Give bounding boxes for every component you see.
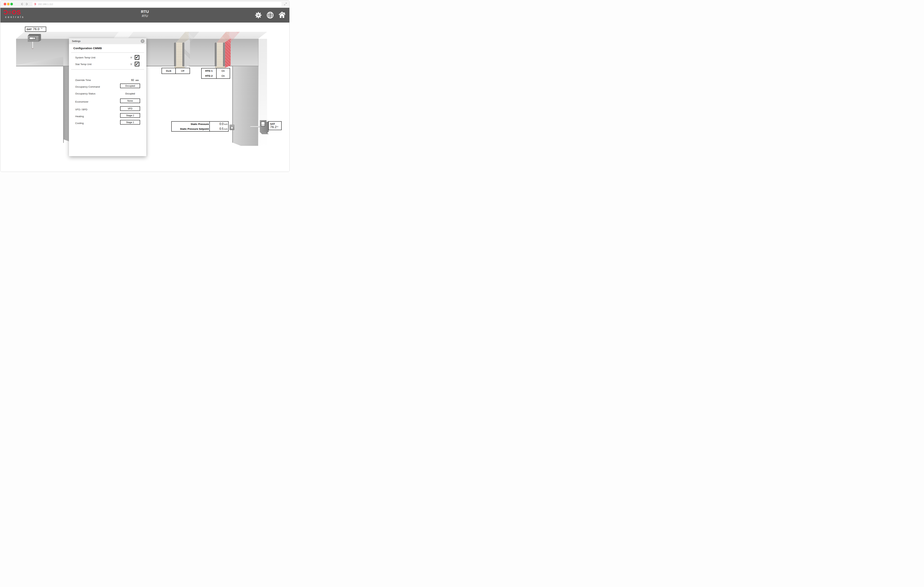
htg1-value: On: [216, 68, 230, 73]
override-time-label: Override Time: [75, 79, 91, 81]
rtu-schematic: OAT 76.0 °F CLG Off HTG 1 On HTG 2 On: [0, 23, 289, 172]
occupancy-status-label: Occupancy Status: [75, 92, 96, 95]
cooling-coil-icon: [185, 38, 190, 68]
cooling-coil-frame-right: [182, 43, 185, 66]
sat-sensor-probe: [250, 126, 260, 127]
clg-label: CLG: [162, 68, 176, 74]
clg-status-table: CLG Off: [162, 68, 190, 74]
right-supply-duct-interior: [233, 66, 258, 146]
heating-coil-icon: [225, 38, 231, 68]
oat-unit: °F: [41, 28, 43, 30]
checkmark-icon: ✔: [135, 62, 139, 66]
heating-button[interactable]: Stage 2: [120, 113, 140, 118]
htg2-label: HTG 2: [201, 73, 216, 78]
fullscreen-icon[interactable]: [284, 3, 287, 6]
oat-value: 76.0: [33, 27, 40, 31]
clg-value: Off: [176, 68, 190, 74]
table-row: HTG 2 On: [201, 73, 230, 78]
right-duct-edge: [232, 66, 233, 143]
sat-sensor-display: [261, 122, 265, 127]
zoom-window-button[interactable]: [10, 3, 13, 5]
vfd-bpd-button[interactable]: VFD: [120, 106, 140, 111]
page-title-block: RTU RTU: [0, 9, 289, 18]
settings-dialog-title: Settings: [72, 40, 81, 43]
table-row: Static Pressure Setpoint 0.5 inch: [172, 127, 228, 131]
settings-dialog: Settings ✕ Configuration CMMB System Tem…: [69, 38, 146, 156]
minimize-window-button[interactable]: [7, 3, 10, 5]
occupancy-command-label: Occupancy Command: [75, 86, 100, 88]
stat-temp-unit-label: Stat Temp Unit: [75, 63, 91, 66]
browser-chrome: Ɔ: [0, 0, 289, 8]
heating-coil-frame-left: [215, 43, 217, 66]
home-icon[interactable]: [278, 11, 286, 19]
sat-readout: SAT 76.2 °F: [268, 121, 282, 130]
heating-label: Heating: [75, 115, 84, 118]
stat-temp-unit-checkbox[interactable]: ✔: [135, 62, 139, 66]
override-time-unit: min: [135, 79, 139, 81]
deos-favicon-icon: Ɔ: [34, 3, 36, 5]
address-bar[interactable]: Ɔ: [32, 2, 282, 7]
static-pressure-label: Static Pressure: [172, 122, 210, 127]
oat-readout: OAT 76.0 °F: [25, 26, 46, 32]
oat-label: OAT: [26, 28, 32, 31]
url-input[interactable]: [38, 3, 280, 6]
system-temp-unit-label: System Temp Unit: [75, 56, 96, 59]
page-title: RTU: [0, 9, 289, 14]
left-duct-edge: [63, 66, 64, 143]
checkmark-icon: ✔: [135, 55, 139, 59]
static-pressure-unit: inch: [224, 123, 228, 125]
browser-window: Ɔ Ɔ≡OS controls RTU RTU: [0, 0, 290, 172]
table-row: Static Pressure 0.0 inch: [172, 122, 228, 127]
vfd-bpd-label: VFD / BPD: [75, 108, 87, 111]
system-temp-unit-unit: 'F: [130, 56, 132, 59]
oat-sensor-probe: [32, 42, 33, 49]
settings-dialog-titlebar[interactable]: Settings: [69, 38, 146, 44]
cooling-coil-base: [175, 66, 185, 68]
htg1-label: HTG 1: [201, 68, 216, 73]
heating-coil-frame-right: [223, 43, 225, 66]
close-window-button[interactable]: [4, 3, 6, 5]
app-header: Ɔ≡OS controls RTU RTU: [0, 8, 289, 23]
table-row: HTG 1 On: [201, 68, 230, 73]
dialog-section-title: Configuration CMMB: [73, 46, 102, 50]
heating-coil-base: [215, 66, 226, 68]
static-pressure-setpoint-label: Static Pressure Setpoint: [172, 127, 210, 131]
override-time-value: 60: [124, 79, 134, 81]
static-pressure-sensor-display: [231, 126, 233, 129]
static-pressure-table: Static Pressure 0.0 inch Static Pressure…: [171, 121, 229, 132]
close-icon[interactable]: ✕: [140, 39, 145, 43]
cooling-coil-panel: [176, 43, 182, 66]
heating-coil-panel: [217, 43, 223, 66]
cooling-coil-frame-left: [174, 43, 176, 66]
static-pressure-setpoint-unit: inch: [224, 128, 228, 130]
economizer-label: Economizer: [75, 101, 88, 103]
occupancy-command-button[interactable]: Occupied: [120, 84, 140, 88]
htg2-value: On: [216, 73, 230, 78]
static-pressure-setpoint-value: 0.5: [219, 127, 223, 130]
occupancy-status-value: Occupied: [120, 92, 140, 95]
globe-icon[interactable]: [266, 11, 274, 19]
page-subtitle: RTU: [0, 14, 289, 18]
system-temp-unit-checkbox[interactable]: ✔: [135, 55, 139, 60]
economizer-button[interactable]: None: [120, 99, 140, 103]
forward-icon[interactable]: [25, 2, 28, 6]
static-pressure-value: 0.0: [219, 122, 223, 126]
cooling-button[interactable]: Stage 1: [120, 120, 140, 125]
sat-unit: °F: [277, 126, 278, 128]
stat-temp-unit-unit: 'F: [130, 63, 132, 66]
oat-sensor-display: [29, 37, 35, 40]
sat-value: 76.2: [270, 125, 277, 129]
htg-status-table: HTG 1 On HTG 2 On: [201, 68, 230, 79]
gear-icon[interactable]: [254, 11, 262, 19]
cooling-label: Cooling: [75, 122, 84, 125]
back-icon[interactable]: [20, 2, 24, 6]
sat-label: SAT: [270, 122, 275, 125]
